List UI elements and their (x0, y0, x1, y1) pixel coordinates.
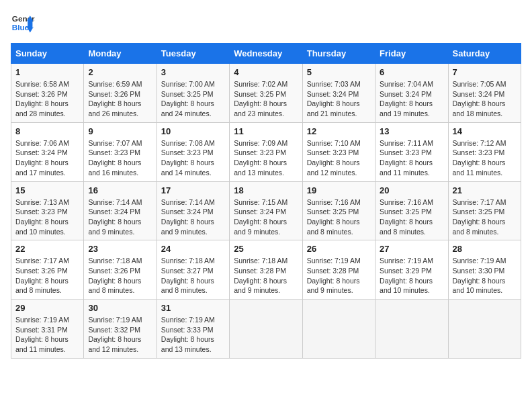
day-info: Sunrise: 7:09 AMSunset: 3:23 PMDaylight:… (234, 138, 298, 178)
day-info: Sunrise: 7:19 AMSunset: 3:32 PMDaylight:… (88, 315, 152, 355)
day-number: 18 (234, 185, 298, 195)
day-info: Sunrise: 7:17 AMSunset: 3:26 PMDaylight:… (15, 256, 79, 295)
day-number: 2 (88, 67, 152, 77)
day-info: Sunrise: 7:16 AMSunset: 3:25 PMDaylight:… (380, 197, 443, 237)
calendar-cell: 1 Sunrise: 6:58 AMSunset: 3:26 PMDayligh… (11, 64, 84, 123)
day-number: 11 (234, 126, 298, 136)
day-number: 14 (453, 126, 517, 136)
day-number: 16 (88, 185, 152, 195)
day-info: Sunrise: 7:11 AMSunset: 3:23 PMDaylight:… (380, 138, 443, 178)
day-info: Sunrise: 7:19 AMSunset: 3:28 PMDaylight:… (307, 256, 371, 295)
calendar-cell: 14 Sunrise: 7:12 AMSunset: 3:23 PMDaylig… (448, 122, 521, 181)
day-info: Sunrise: 7:19 AMSunset: 3:29 PMDaylight:… (380, 256, 443, 295)
day-info: Sunrise: 7:18 AMSunset: 3:27 PMDaylight:… (161, 256, 225, 295)
calendar-cell: 13 Sunrise: 7:11 AMSunset: 3:23 PMDaylig… (375, 122, 448, 181)
calendar-cell: 24 Sunrise: 7:18 AMSunset: 3:27 PMDaylig… (157, 240, 229, 300)
calendar-cell (375, 300, 448, 359)
day-number: 5 (307, 67, 371, 77)
day-info: Sunrise: 7:18 AMSunset: 3:28 PMDaylight:… (234, 256, 298, 295)
calendar-cell: 21 Sunrise: 7:17 AMSunset: 3:25 PMDaylig… (448, 181, 521, 240)
day-info: Sunrise: 7:04 AMSunset: 3:24 PMDaylight:… (380, 79, 443, 119)
day-number: 21 (453, 185, 517, 195)
day-number: 25 (234, 244, 298, 254)
calendar-cell: 25 Sunrise: 7:18 AMSunset: 3:28 PMDaylig… (230, 240, 302, 300)
column-header-friday: Friday (375, 44, 448, 64)
calendar-cell (448, 300, 521, 359)
day-number: 26 (307, 244, 371, 254)
page-header: General Blue (11, 11, 521, 35)
day-number: 27 (380, 244, 443, 254)
calendar-week-4: 22 Sunrise: 7:17 AMSunset: 3:26 PMDaylig… (11, 240, 521, 300)
calendar-cell: 3 Sunrise: 7:00 AMSunset: 3:25 PMDayligh… (157, 64, 229, 123)
calendar-table: SundayMondayTuesdayWednesdayThursdayFrid… (11, 43, 521, 359)
day-info: Sunrise: 7:19 AMSunset: 3:33 PMDaylight:… (161, 315, 225, 355)
calendar-week-3: 15 Sunrise: 7:13 AMSunset: 3:23 PMDaylig… (11, 181, 521, 240)
day-number: 31 (161, 303, 225, 313)
day-number: 23 (88, 244, 152, 254)
calendar-cell: 20 Sunrise: 7:16 AMSunset: 3:25 PMDaylig… (375, 181, 448, 240)
day-info: Sunrise: 7:19 AMSunset: 3:31 PMDaylight:… (15, 315, 79, 355)
day-number: 22 (15, 244, 79, 254)
day-number: 4 (234, 67, 298, 77)
calendar-cell (230, 300, 302, 359)
calendar-cell: 22 Sunrise: 7:17 AMSunset: 3:26 PMDaylig… (11, 240, 84, 300)
calendar-cell: 6 Sunrise: 7:04 AMSunset: 3:24 PMDayligh… (375, 64, 448, 123)
day-number: 28 (453, 244, 517, 254)
calendar-cell: 16 Sunrise: 7:14 AMSunset: 3:24 PMDaylig… (84, 181, 157, 240)
calendar-cell: 11 Sunrise: 7:09 AMSunset: 3:23 PMDaylig… (230, 122, 302, 181)
day-number: 9 (88, 126, 152, 136)
day-info: Sunrise: 7:07 AMSunset: 3:23 PMDaylight:… (88, 138, 152, 178)
calendar-week-5: 29 Sunrise: 7:19 AMSunset: 3:31 PMDaylig… (11, 300, 521, 359)
day-info: Sunrise: 7:00 AMSunset: 3:25 PMDaylight:… (161, 79, 225, 119)
day-number: 19 (307, 185, 371, 195)
day-number: 1 (15, 67, 79, 77)
calendar-cell: 18 Sunrise: 7:15 AMSunset: 3:24 PMDaylig… (230, 181, 302, 240)
day-info: Sunrise: 7:08 AMSunset: 3:23 PMDaylight:… (161, 138, 225, 178)
day-info: Sunrise: 7:12 AMSunset: 3:23 PMDaylight:… (453, 138, 517, 178)
calendar-cell: 28 Sunrise: 7:19 AMSunset: 3:30 PMDaylig… (448, 240, 521, 300)
logo-icon: General Blue (11, 11, 35, 35)
day-number: 20 (380, 185, 443, 195)
column-header-tuesday: Tuesday (157, 44, 229, 64)
day-number: 17 (161, 185, 225, 195)
day-info: Sunrise: 7:02 AMSunset: 3:25 PMDaylight:… (234, 79, 298, 119)
calendar-cell: 9 Sunrise: 7:07 AMSunset: 3:23 PMDayligh… (84, 122, 157, 181)
calendar-cell: 17 Sunrise: 7:14 AMSunset: 3:24 PMDaylig… (157, 181, 229, 240)
day-number: 3 (161, 67, 225, 77)
column-header-wednesday: Wednesday (230, 44, 302, 64)
day-info: Sunrise: 7:14 AMSunset: 3:24 PMDaylight:… (88, 197, 152, 237)
calendar-cell: 19 Sunrise: 7:16 AMSunset: 3:25 PMDaylig… (302, 181, 375, 240)
calendar-cell: 12 Sunrise: 7:10 AMSunset: 3:23 PMDaylig… (302, 122, 375, 181)
calendar-cell: 30 Sunrise: 7:19 AMSunset: 3:32 PMDaylig… (84, 300, 157, 359)
day-number: 15 (15, 185, 79, 195)
calendar-cell: 5 Sunrise: 7:03 AMSunset: 3:24 PMDayligh… (302, 64, 375, 123)
calendar-week-1: 1 Sunrise: 6:58 AMSunset: 3:26 PMDayligh… (11, 64, 521, 123)
day-number: 6 (380, 67, 443, 77)
day-info: Sunrise: 7:14 AMSunset: 3:24 PMDaylight:… (161, 197, 225, 237)
calendar-cell: 31 Sunrise: 7:19 AMSunset: 3:33 PMDaylig… (157, 300, 229, 359)
calendar-cell: 8 Sunrise: 7:06 AMSunset: 3:24 PMDayligh… (11, 122, 84, 181)
day-info: Sunrise: 7:16 AMSunset: 3:25 PMDaylight:… (307, 197, 371, 237)
day-info: Sunrise: 7:06 AMSunset: 3:24 PMDaylight:… (15, 138, 79, 178)
day-info: Sunrise: 6:59 AMSunset: 3:26 PMDaylight:… (88, 79, 152, 119)
day-number: 24 (161, 244, 225, 254)
calendar-cell: 29 Sunrise: 7:19 AMSunset: 3:31 PMDaylig… (11, 300, 84, 359)
calendar-cell (302, 300, 375, 359)
column-header-saturday: Saturday (448, 44, 521, 64)
day-info: Sunrise: 7:19 AMSunset: 3:30 PMDaylight:… (453, 256, 517, 295)
day-info: Sunrise: 7:10 AMSunset: 3:23 PMDaylight:… (307, 138, 371, 178)
calendar-cell: 7 Sunrise: 7:05 AMSunset: 3:24 PMDayligh… (448, 64, 521, 123)
calendar-cell: 15 Sunrise: 7:13 AMSunset: 3:23 PMDaylig… (11, 181, 84, 240)
calendar-body: 1 Sunrise: 6:58 AMSunset: 3:26 PMDayligh… (11, 64, 521, 359)
day-info: Sunrise: 7:18 AMSunset: 3:26 PMDaylight:… (88, 256, 152, 295)
column-header-sunday: Sunday (11, 44, 84, 64)
day-number: 13 (380, 126, 443, 136)
day-number: 29 (15, 303, 79, 313)
day-number: 12 (307, 126, 371, 136)
calendar-cell: 10 Sunrise: 7:08 AMSunset: 3:23 PMDaylig… (157, 122, 229, 181)
day-info: Sunrise: 7:15 AMSunset: 3:24 PMDaylight:… (234, 197, 298, 237)
calendar-cell: 26 Sunrise: 7:19 AMSunset: 3:28 PMDaylig… (302, 240, 375, 300)
day-info: Sunrise: 6:58 AMSunset: 3:26 PMDaylight:… (15, 79, 79, 119)
day-number: 8 (15, 126, 79, 136)
column-header-monday: Monday (84, 44, 157, 64)
